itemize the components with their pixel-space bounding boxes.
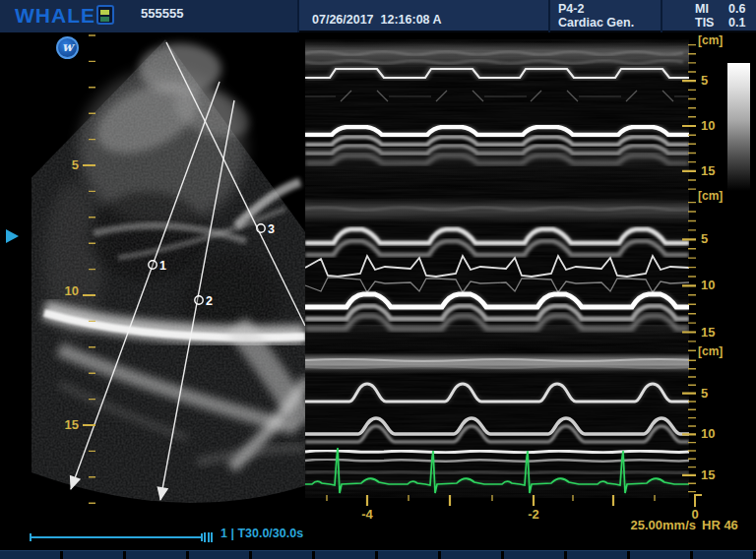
ruler2-10: 10	[701, 279, 715, 292]
sweep-speed: 25.00mm/s	[588, 519, 696, 532]
ruler3-5: 5	[701, 387, 708, 401]
grayscale-bar	[727, 63, 750, 191]
ruler3-15: 15	[701, 468, 715, 482]
heart-rate: HR 46	[702, 519, 738, 532]
svg-text:1: 1	[159, 259, 166, 273]
ruler1-unit: [cm]	[698, 33, 723, 47]
softkey-menu-bar[interactable]	[0, 550, 756, 559]
ruler2-5: 5	[701, 232, 708, 246]
ruler2-unit: [cm]	[698, 189, 723, 203]
w-logo-badge: w	[56, 36, 79, 59]
bmode-depth-10: 10	[44, 284, 79, 298]
time-label-minus4: -4	[352, 508, 382, 522]
ruler3-10: 10	[701, 427, 715, 441]
ruler1-10: 10	[701, 119, 715, 133]
ruler3-unit: [cm]	[698, 344, 723, 358]
ultrasound-screen: WHALE 555555 07/26/2017 12:16:08 A P4-2 …	[0, 0, 756, 559]
svg-text:3: 3	[268, 222, 275, 236]
ruler1-5: 5	[701, 74, 708, 88]
svg-text:2: 2	[206, 294, 213, 308]
cine-scrollbar-thumb[interactable]	[204, 532, 213, 542]
ruler1-15: 15	[701, 164, 715, 178]
mmode-speckle-texture	[305, 39, 689, 498]
time-label-minus2: -2	[519, 508, 548, 522]
cine-status: 1 | T30.0/30.0s	[220, 527, 303, 540]
cine-scrollbar[interactable]	[30, 536, 203, 538]
ruler2-15: 15	[701, 326, 715, 340]
image-area: 1 2 3	[0, 0, 756, 559]
focus-marker[interactable]	[6, 229, 19, 243]
bmode-depth-5: 5	[51, 158, 79, 172]
bmode-depth-15: 15	[44, 418, 79, 432]
